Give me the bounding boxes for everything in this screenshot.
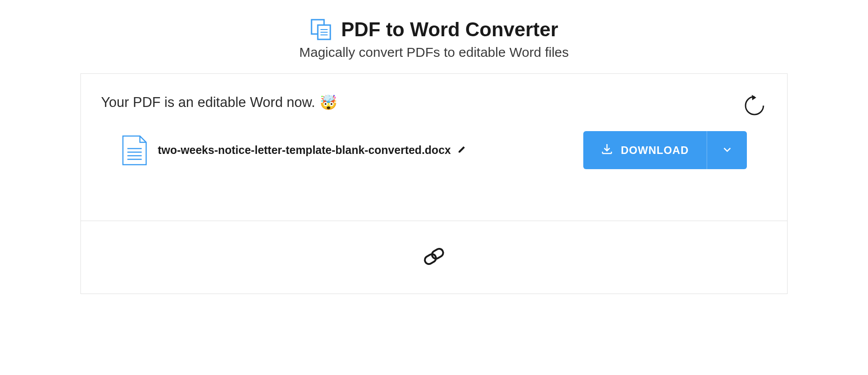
file-result-row: two-weeks-notice-letter-template-blank-c… (101, 111, 767, 194)
page-header: PDF to Word Converter Magically convert … (80, 0, 788, 73)
mind-blown-emoji: 🤯 (320, 94, 337, 111)
status-section: Your PDF is an editable Word now. 🤯 (81, 74, 787, 221)
status-text: Your PDF is an editable Word now. (101, 94, 315, 111)
svg-marker-5 (752, 95, 756, 100)
page-subtitle: Magically convert PDFs to editable Word … (80, 45, 788, 60)
edit-filename-button[interactable] (457, 145, 466, 156)
copy-document-icon (310, 18, 333, 41)
chevron-down-icon (722, 144, 733, 156)
copy-link-button[interactable] (420, 243, 448, 271)
download-options-button[interactable] (707, 131, 747, 169)
download-button-group: DOWNLOAD (583, 131, 747, 169)
converter-panel: Your PDF is an editable Word now. 🤯 (80, 73, 788, 294)
page-title: PDF to Word Converter (341, 18, 558, 41)
file-info: two-weeks-notice-letter-template-blank-c… (121, 134, 466, 166)
file-name-wrapper: two-weeks-notice-letter-template-blank-c… (158, 144, 466, 157)
share-section (81, 221, 787, 294)
status-message: Your PDF is an editable Word now. 🤯 (101, 94, 767, 111)
header-title-row: PDF to Word Converter (80, 18, 788, 41)
link-icon (421, 243, 447, 271)
download-icon (601, 143, 613, 158)
restart-icon (742, 93, 767, 120)
download-button[interactable]: DOWNLOAD (583, 131, 707, 169)
file-name: two-weeks-notice-letter-template-blank-c… (158, 144, 451, 156)
svg-rect-15 (430, 247, 445, 260)
restart-button[interactable] (742, 94, 767, 119)
download-label: DOWNLOAD (621, 144, 689, 157)
pencil-icon (457, 145, 466, 156)
document-icon (121, 134, 148, 166)
